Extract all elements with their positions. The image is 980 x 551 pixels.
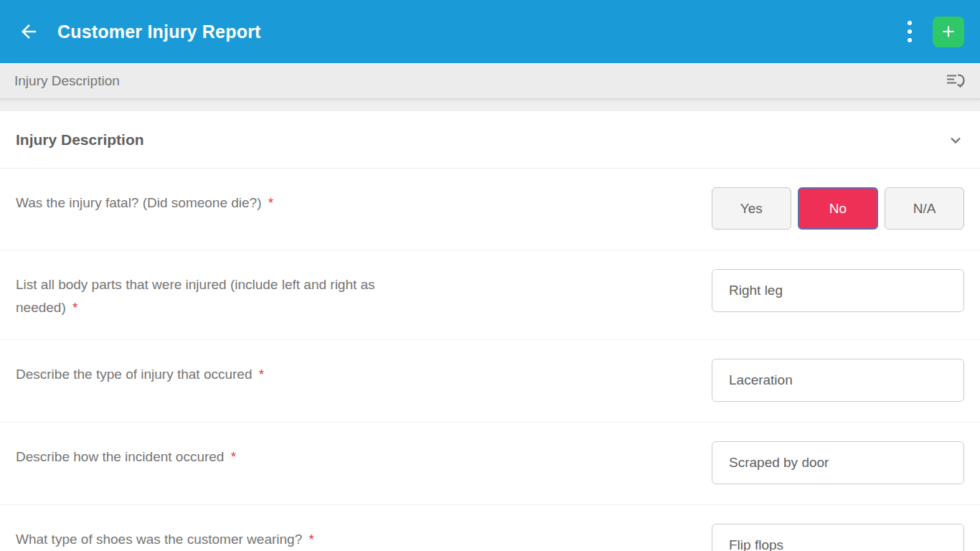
question-row: Describe how the incident occured * [0,423,980,505]
section-title: Injury Description [16,131,144,149]
toolbar-section-label: Injury Description [14,73,120,89]
question-label: Describe how the incident occured * [16,441,396,468]
form-content: Injury Description Was the injury fatal?… [0,111,980,551]
jump-to-field-button[interactable] [946,72,966,90]
required-asterisk: * [231,449,236,464]
page-title: Customer Injury Report [57,22,261,42]
choice-button-group: YesNoN/A [712,187,964,230]
question-label: List all body parts that were injured (i… [16,269,396,319]
answer-area [712,441,964,484]
question-row: List all body parts that were injured (i… [0,250,980,340]
answer-input[interactable] [712,524,964,551]
choice-button-no[interactable]: No [798,187,879,230]
choice-button-na[interactable]: N/A [885,187,964,230]
app-bar: Customer Injury Report [0,0,980,63]
jump-to-field-icon [946,72,966,90]
required-asterisk: * [308,532,314,547]
question-row: Describe the type of injury that occured… [0,340,980,423]
chevron-down-icon[interactable] [947,131,964,149]
question-label: What type of shoes was the customer wear… [16,524,396,551]
question-row: Was the injury fatal? (Did someone die?)… [0,169,980,250]
answer-area [712,359,964,402]
answer-input[interactable] [712,441,964,484]
answer-area [712,524,964,551]
answer-input[interactable] [712,359,964,402]
add-button[interactable] [933,17,964,47]
required-asterisk: * [268,195,273,210]
section-toolbar: Injury Description [0,63,980,99]
back-button[interactable] [16,19,42,44]
page-background-strip [0,99,980,111]
answer-area [712,269,964,312]
arrow-left-icon [18,21,39,42]
plus-icon [939,22,958,41]
required-asterisk: * [72,300,77,315]
question-label: Was the injury fatal? (Did someone die?)… [16,187,396,215]
section-header-injury-description[interactable]: Injury Description [0,111,980,169]
required-asterisk: * [259,367,264,382]
question-row: What type of shoes was the customer wear… [0,505,980,551]
choice-button-yes[interactable]: Yes [712,187,791,230]
answer-area: YesNoN/A [712,187,964,230]
answer-input[interactable] [712,269,964,312]
overflow-menu-button[interactable] [895,16,924,47]
question-label: Describe the type of injury that occured… [16,359,396,386]
question-list: Was the injury fatal? (Did someone die?)… [0,169,980,551]
